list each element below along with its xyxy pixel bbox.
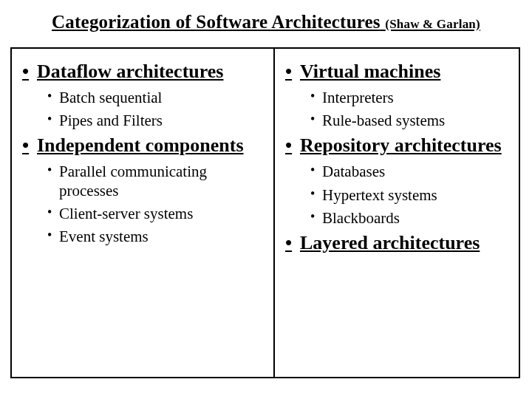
sub-item-label: Batch sequential — [59, 89, 162, 107]
category-virtual-machines: • Virtual machines — [285, 61, 508, 83]
category-label: Layered architectures — [300, 232, 480, 254]
category-label: Dataflow architectures — [37, 61, 223, 83]
sub-item-label: Interpreters — [322, 89, 394, 107]
bullet-icon: • — [310, 186, 322, 202]
category-independent: • Independent components — [22, 134, 263, 157]
bullet-icon: • — [285, 232, 300, 254]
sub-item-label: Event systems — [59, 228, 149, 246]
category-layered: • Layered architectures — [285, 232, 508, 254]
category-dataflow: • Dataflow architectures — [22, 61, 263, 83]
sub-item-label: Client-server systems — [59, 205, 193, 223]
bullet-icon: • — [285, 61, 300, 83]
sub-item: • Rule-based systems — [310, 112, 508, 130]
sub-item: • Blackboards — [310, 209, 508, 228]
sub-item-label: Pipes and Filters — [59, 112, 163, 130]
bullet-icon: • — [47, 89, 59, 104]
right-column: • Virtual machines • Interpreters • Rule… — [273, 47, 520, 378]
bullet-icon: • — [47, 228, 59, 243]
sub-item-label: Rule-based systems — [322, 112, 445, 130]
bullet-icon: • — [285, 134, 300, 157]
title-attribution: (Shaw & Garlan) — [385, 17, 480, 31]
slide-title: Categorization of Software Architectures… — [10, 12, 522, 33]
category-label: Virtual machines — [300, 61, 440, 83]
sub-item-label: Blackboards — [322, 209, 400, 228]
content-columns: • Dataflow architectures • Batch sequent… — [10, 47, 522, 378]
bullet-icon: • — [22, 134, 37, 157]
bullet-icon: • — [310, 209, 322, 225]
sub-item: • Databases — [310, 163, 508, 181]
category-label: Repository architectures — [300, 134, 502, 157]
bullet-icon: • — [310, 89, 322, 104]
category-label: Independent components — [37, 134, 244, 157]
sub-item: • Hypertext systems — [310, 186, 508, 205]
bullet-icon: • — [47, 112, 59, 127]
bullet-icon: • — [310, 112, 322, 127]
sub-item-label: Parallel communicating processes — [59, 163, 263, 200]
sub-item: • Client-server systems — [47, 205, 263, 223]
sub-item: • Pipes and Filters — [47, 112, 263, 130]
sub-item: • Event systems — [47, 228, 263, 246]
sub-item: • Interpreters — [310, 89, 508, 107]
bullet-icon: • — [47, 163, 59, 178]
sub-item-label: Databases — [322, 163, 385, 181]
category-repository: • Repository architectures — [285, 134, 508, 157]
sub-item: • Batch sequential — [47, 89, 263, 107]
bullet-icon: • — [47, 205, 59, 220]
sub-item: • Parallel communicating processes — [47, 163, 263, 200]
title-main: Categorization of Software Architectures — [52, 12, 381, 32]
sub-item-label: Hypertext systems — [322, 186, 437, 205]
bullet-icon: • — [310, 163, 322, 178]
bullet-icon: • — [22, 61, 37, 83]
left-column: • Dataflow architectures • Batch sequent… — [10, 47, 275, 378]
